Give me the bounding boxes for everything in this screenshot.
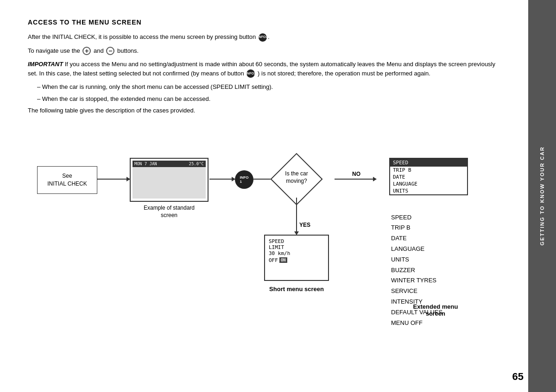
screen-label: Example of standardscreen — [130, 204, 208, 220]
on-badge: ON — [279, 257, 287, 263]
page-title: ACCESS TO THE MENU SCREEN — [28, 19, 505, 26]
side-tab-text: GETTING TO KNOW YOUR CAR — [539, 146, 545, 245]
navigate-end: buttons. — [117, 47, 139, 54]
ext-date: DATE — [390, 174, 467, 180]
screen-top-bar: MON 7 JAN 25.0°C — [133, 161, 206, 167]
ext-speed-highlighted: SPEED — [390, 159, 467, 167]
yes-label: YES — [299, 222, 310, 228]
standard-screen-box: MON 7 JAN 25.0°C — [130, 158, 208, 202]
no-arrow — [335, 179, 376, 180]
plus-icon: + — [82, 47, 91, 55]
ext-trip-b: TRIP B — [390, 167, 467, 174]
info1-button-inline2: INFO1 — [246, 69, 255, 78]
navigate-text: To navigate use the — [28, 47, 80, 54]
side-tab: GETTING TO KNOW YOUR CAR — [528, 0, 556, 392]
navigate-paragraph: To navigate use the + and − buttons. — [28, 46, 505, 56]
flowchart: SeeINITIAL CHECK MON 7 JAN 25.0°C Exampl… — [28, 129, 519, 314]
intro-text: After the INITIAL CHECK, it is possible … — [28, 33, 256, 40]
screen-body — [133, 167, 206, 199]
ext-full-service: SERVICE — [389, 286, 482, 297]
info1-button-inline: INFO1 — [259, 33, 267, 42]
yes-arrow — [296, 198, 297, 235]
ext-units: UNITS — [390, 187, 467, 194]
bullet1: – When the car is running, only the shor… — [37, 82, 505, 92]
ext-full-speed: SPEED — [389, 212, 482, 223]
see-initial-check-box: SeeINITIAL CHECK — [37, 166, 97, 194]
ext-full-menuoff: MENU OFF — [389, 318, 482, 329]
extended-menu-label: Extended menuscreen — [389, 303, 482, 317]
ext-full-units: UNITS — [389, 255, 482, 265]
arrow-to-info — [209, 179, 235, 180]
important-label: IMPORTANT — [28, 61, 63, 68]
short-menu-value: 30 km/h — [269, 250, 324, 256]
important-text2: ) is not stored; therefore, the operatio… — [258, 70, 430, 77]
screen-temp: 25.0°C — [189, 162, 204, 166]
extended-short-box: SPEED TRIP B DATE LANGUAGE UNITS — [389, 158, 468, 195]
bullet2: – When the car is stopped, the extended … — [37, 94, 505, 104]
short-menu-box: SPEED LIMIT 30 km/h OFF ON — [264, 235, 329, 281]
ext-full-winter: WINTER TYRES — [389, 275, 482, 286]
ext-full-tripb: TRIP B — [389, 223, 482, 233]
short-menu-limit: LIMIT — [269, 244, 324, 250]
off-label: OFF — [269, 257, 278, 263]
info1-flowchart-button: INFO1 — [235, 170, 253, 189]
intro-paragraph: After the INITIAL CHECK, it is possible … — [28, 32, 505, 42]
main-content: ACCESS TO THE MENU SCREEN After the INIT… — [0, 0, 528, 392]
minus-icon: − — [106, 47, 114, 55]
info1-label: INFO1 — [240, 175, 248, 184]
short-menu-speed: SPEED — [269, 238, 324, 244]
see-initial-check-text: SeeINITIAL CHECK — [47, 172, 87, 188]
important-paragraph: IMPORTANT If you access the Menu and no … — [28, 60, 505, 78]
table-intro: The following table gives the descriptio… — [28, 106, 505, 115]
ext-language: LANGUAGE — [390, 180, 467, 187]
arrow-to-screen — [97, 179, 130, 180]
page-number: 65 — [512, 371, 524, 383]
ext-full-date: DATE — [389, 233, 482, 244]
navigate-and: and — [94, 47, 104, 54]
short-menu-toggle: OFF ON — [269, 257, 324, 263]
ext-full-buzzer: BUZZER — [389, 265, 482, 276]
screen-date: MON 7 JAN — [134, 162, 157, 166]
ext-full-language: LANGUAGE — [389, 244, 482, 255]
no-label: NO — [352, 171, 360, 177]
short-menu-label: Short menu screen — [264, 286, 329, 292]
